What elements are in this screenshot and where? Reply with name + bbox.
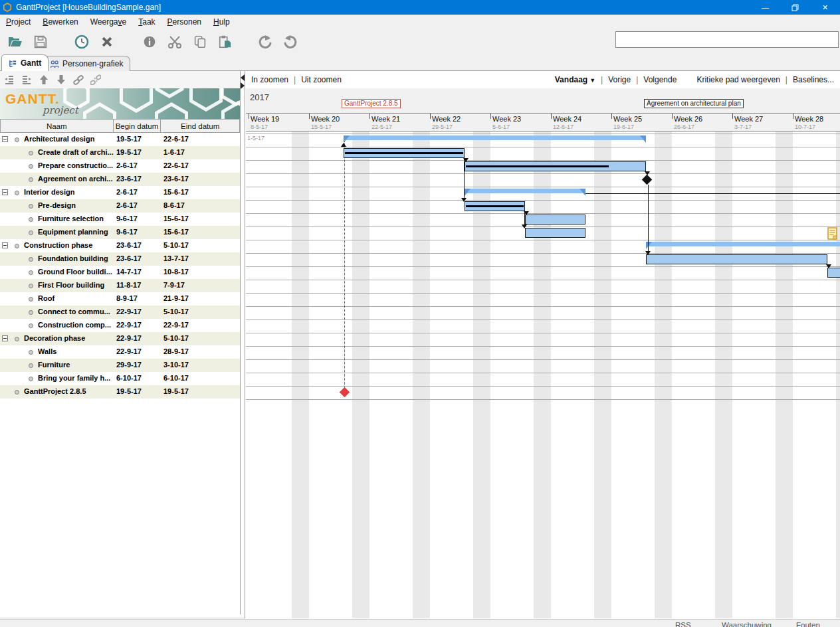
table-row[interactable]: First Floor building11-8-177-9-17 xyxy=(0,279,240,292)
menu-bewerken[interactable]: Bewerken xyxy=(37,15,84,29)
task-bar[interactable] xyxy=(525,215,585,224)
tab-personen-grafiek[interactable]: Personen-grafiek xyxy=(43,56,130,71)
table-row[interactable]: Furniture29-9-173-10-17 xyxy=(0,359,240,372)
collapse-toggle-icon[interactable] xyxy=(2,335,8,341)
delete-task-button[interactable] xyxy=(94,31,120,52)
baselines-button[interactable]: Baselines... xyxy=(793,75,834,84)
move-up-button[interactable] xyxy=(37,74,51,86)
table-row[interactable]: Agreement on archi...23-6-1723-6-17 xyxy=(0,173,240,186)
column-header-naam[interactable]: Naam xyxy=(0,119,114,133)
task-bar[interactable] xyxy=(344,148,465,158)
task-end-cell: 23-6-17 xyxy=(163,175,189,183)
search-input[interactable] xyxy=(615,31,839,48)
task-note-icon[interactable] xyxy=(827,227,838,242)
summary-task-bar[interactable] xyxy=(465,189,585,193)
collapse-toggle-icon[interactable] xyxy=(2,242,8,248)
outdent-button[interactable] xyxy=(3,74,16,86)
task-bar[interactable] xyxy=(646,254,827,264)
task-begin-cell: 22-9-17 xyxy=(116,308,142,315)
collapse-toggle-icon[interactable] xyxy=(2,136,8,142)
next-button[interactable]: Volgende xyxy=(643,75,677,84)
task-begin-cell: 29-9-17 xyxy=(116,361,142,369)
today-button[interactable]: Vandaag▼ xyxy=(555,75,595,84)
task-bar[interactable] xyxy=(465,201,525,211)
collapse-toggle-icon[interactable] xyxy=(2,189,8,195)
task-bar[interactable] xyxy=(525,228,585,238)
menu-personen[interactable]: Personen xyxy=(161,15,207,29)
week-tick xyxy=(793,114,793,119)
menu-hulp[interactable]: Hulp xyxy=(207,15,236,29)
table-row[interactable]: GanttProject 2.8.519-5-1719-5-17 xyxy=(0,385,240,399)
open-project-button[interactable] xyxy=(3,31,28,52)
save-project-button[interactable] xyxy=(28,31,53,52)
dependency-arrow xyxy=(826,264,831,268)
task-begin-cell: 6-10-17 xyxy=(116,374,142,382)
main-area: GANTT. project NaamBegin datumEind datum… xyxy=(0,71,840,618)
status-rss-button[interactable]: RSS xyxy=(675,621,691,627)
task-properties-button[interactable] xyxy=(137,31,162,52)
table-row[interactable]: Walls22-9-1728-9-17 xyxy=(0,345,240,359)
task-name-cell: Foundation building xyxy=(38,254,108,262)
minimize-button[interactable]: — xyxy=(750,0,780,15)
column-header-eind-datum[interactable]: Eind datum xyxy=(160,119,240,133)
paste-button[interactable] xyxy=(213,31,238,52)
indent-button[interactable] xyxy=(20,74,33,86)
task-bar[interactable] xyxy=(465,161,646,171)
critical-path-button[interactable]: Kritieke pad weergeven xyxy=(696,75,780,84)
zoom-in-button[interactable]: In zoomen xyxy=(251,75,288,84)
task-end-cell: 15-6-17 xyxy=(163,188,189,196)
restore-button[interactable] xyxy=(780,0,810,15)
milestone-diamond[interactable] xyxy=(340,387,350,398)
table-row[interactable]: Furniture selection9-6-1715-6-17 xyxy=(0,213,240,226)
task-name-cell: Walls xyxy=(38,347,56,355)
table-row[interactable]: Foundation building23-6-1713-7-17 xyxy=(0,252,240,266)
previous-button[interactable]: Vorige xyxy=(608,75,631,84)
table-row[interactable]: Create draft of archi...19-5-171-6-17 xyxy=(0,146,240,159)
task-bullet-icon xyxy=(15,244,19,248)
dependency-arrow xyxy=(645,251,651,255)
table-row[interactable]: Ground Floor buildi...14-7-1710-8-17 xyxy=(0,266,240,279)
zoom-out-button[interactable]: Uit zoomen xyxy=(301,75,342,84)
task-bar[interactable] xyxy=(827,268,840,278)
status-fouten-button[interactable]: Fouten xyxy=(796,621,820,627)
summary-bracket-left xyxy=(344,135,350,143)
copy-button[interactable] xyxy=(187,31,213,52)
milestone-diamond[interactable] xyxy=(642,175,653,185)
menu-weergave[interactable]: Weergave xyxy=(84,15,133,29)
table-row[interactable]: Equipment planning9-6-1715-6-17 xyxy=(0,226,240,239)
week-start-date: 10-7-17 xyxy=(795,124,815,130)
close-button[interactable]: ✕ xyxy=(810,0,840,15)
week-tick xyxy=(611,114,612,119)
task-bullet-icon xyxy=(29,204,33,209)
redo-button[interactable] xyxy=(278,31,303,52)
table-row[interactable]: Bring your family h...6-10-176-10-17 xyxy=(0,372,240,385)
table-row[interactable]: Construction phase23-6-175-10-17 xyxy=(0,239,240,252)
table-row[interactable]: Prepare constructio...2-6-1722-6-17 xyxy=(0,159,240,173)
column-header-begin-datum[interactable]: Begin datum xyxy=(113,119,161,133)
undo-button[interactable] xyxy=(253,31,278,52)
link-tasks-button[interactable] xyxy=(72,74,85,86)
week-label: Week 22 xyxy=(432,115,461,123)
table-row[interactable]: Decoration phase22-9-175-10-17 xyxy=(0,332,240,345)
menu-taak[interactable]: Taak xyxy=(132,15,161,29)
cut-button[interactable] xyxy=(162,31,187,52)
table-row[interactable]: Connect to commu...22-9-175-10-17 xyxy=(0,306,240,319)
unlink-tasks-button[interactable] xyxy=(89,74,102,86)
table-row[interactable]: Roof8-9-1721-9-17 xyxy=(0,292,240,306)
summary-task-bar[interactable] xyxy=(344,135,646,140)
schedule-button[interactable] xyxy=(69,31,94,52)
move-down-button[interactable] xyxy=(54,74,68,86)
menu-project[interactable]: Project xyxy=(0,15,37,29)
tab-gantt[interactable]: Gantt xyxy=(1,54,49,71)
table-row[interactable]: Architectural design19-5-1722-6-17 xyxy=(0,133,240,146)
task-bullet-icon xyxy=(29,164,33,169)
summary-task-bar[interactable] xyxy=(646,242,840,246)
week-tick xyxy=(249,114,249,119)
progress-line xyxy=(345,152,463,154)
status-waarschuwing-button[interactable]: Waarschuwing xyxy=(722,621,772,627)
table-row[interactable]: Pre-design2-6-178-6-17 xyxy=(0,199,240,213)
task-begin-cell: 8-9-17 xyxy=(116,294,138,302)
table-row[interactable]: Interior design2-6-1715-6-17 xyxy=(0,186,240,199)
table-row[interactable]: Construction comp...22-9-1722-9-17 xyxy=(0,319,240,332)
task-end-cell: 7-9-17 xyxy=(163,281,185,289)
